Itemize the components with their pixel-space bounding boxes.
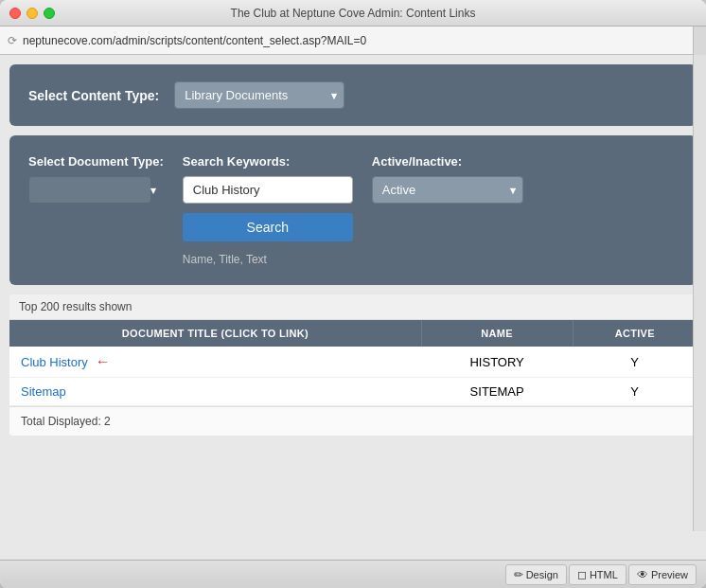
preview-button[interactable]: 👁 Preview	[628, 564, 697, 585]
club-history-text: Club History	[21, 355, 88, 369]
close-button[interactable]	[9, 8, 21, 19]
window-title: The Club at Neptune Cove Admin: Content …	[231, 7, 476, 20]
col-name: NAME	[421, 320, 573, 347]
scrollbar-right[interactable]	[693, 55, 706, 531]
club-history-link[interactable]: Club History ←	[21, 353, 410, 370]
addressbar: ⟳ neptunecove.com/admin/scripts/content/…	[0, 27, 706, 55]
results-section: Top 200 results shown DOCUMENT TITLE (CL…	[9, 294, 697, 436]
html-label: HTML	[590, 569, 618, 580]
search-row: Select Document Type: Article Form Polic…	[28, 154, 678, 266]
col-document-title: DOCUMENT TITLE (CLICK TO LINK)	[9, 320, 421, 347]
scrollbar-top[interactable]	[693, 27, 706, 55]
design-label: Design	[526, 569, 558, 580]
content-type-label: Select Content Type:	[28, 88, 159, 103]
doc-type-col: Select Document Type: Article Form Polic…	[28, 154, 164, 204]
sitemap-link[interactable]: Sitemap	[21, 384, 410, 399]
doc-type-label: Select Document Type:	[28, 154, 164, 169]
active-cell: Y	[573, 378, 697, 406]
keywords-col: Search Keywords: Search Name, Title, Tex…	[183, 154, 353, 266]
bottom-bar: ✏ Design ◻ HTML 👁 Preview	[0, 560, 706, 588]
doc-title-cell: Sitemap	[9, 378, 421, 406]
top-results-label: Top 200 results shown	[19, 300, 132, 313]
doc-type-select-wrapper: Article Form Policy ▾	[28, 176, 164, 204]
active-col: Active/Inactive: Active Inactive All ▾	[372, 154, 523, 204]
name-cell: SITEMAP	[421, 378, 573, 406]
design-button[interactable]: ✏ Design	[505, 564, 567, 585]
results-header: Top 200 results shown	[9, 294, 697, 320]
maximize-button[interactable]	[44, 8, 55, 19]
search-button[interactable]: Search	[183, 213, 353, 241]
url-display: neptunecove.com/admin/scripts/content/co…	[23, 34, 366, 47]
html-icon: ◻	[577, 568, 587, 581]
active-select[interactable]: Active Inactive All	[372, 176, 523, 204]
html-button[interactable]: ◻ HTML	[569, 564, 627, 585]
minimize-button[interactable]	[26, 8, 38, 19]
search-keywords-input[interactable]	[183, 176, 353, 204]
arrow-icon: ←	[96, 353, 111, 370]
active-cell: Y	[573, 347, 697, 378]
name-cell: HISTORY	[421, 347, 573, 378]
design-icon: ✏	[514, 568, 523, 581]
total-label: Total Displayed: 2	[21, 415, 111, 428]
content-type-select-wrapper: Library Documents Pages News Events ▾	[174, 81, 344, 109]
table-header-row: DOCUMENT TITLE (CLICK TO LINK) NAME ACTI…	[9, 320, 697, 347]
preview-icon: 👁	[637, 568, 648, 581]
active-label: Active/Inactive:	[372, 154, 523, 169]
doc-title-cell: Club History ←	[9, 347, 421, 378]
table-row: Club History ← HISTORY Y	[9, 347, 697, 378]
col-active: ACTIVE	[573, 320, 697, 347]
table-row: Sitemap SITEMAP Y	[9, 378, 697, 406]
search-section: Select Document Type: Article Form Polic…	[9, 135, 697, 285]
content-type-select[interactable]: Library Documents Pages News Events	[174, 81, 344, 109]
search-hint: Name, Title, Text	[183, 253, 353, 266]
doc-type-select[interactable]: Article Form Policy	[28, 176, 151, 204]
preview-label: Preview	[651, 569, 688, 580]
refresh-icon: ⟳	[8, 34, 17, 47]
total-row: Total Displayed: 2	[9, 406, 697, 436]
titlebar: The Club at Neptune Cove Admin: Content …	[0, 0, 706, 27]
main-content: Select Content Type: Library Documents P…	[0, 55, 706, 560]
keywords-label: Search Keywords:	[183, 154, 353, 169]
window-controls	[9, 8, 55, 19]
active-select-wrapper: Active Inactive All ▾	[372, 176, 523, 204]
content-type-section: Select Content Type: Library Documents P…	[9, 64, 697, 126]
sitemap-text: Sitemap	[21, 384, 66, 399]
results-table: DOCUMENT TITLE (CLICK TO LINK) NAME ACTI…	[9, 320, 697, 406]
